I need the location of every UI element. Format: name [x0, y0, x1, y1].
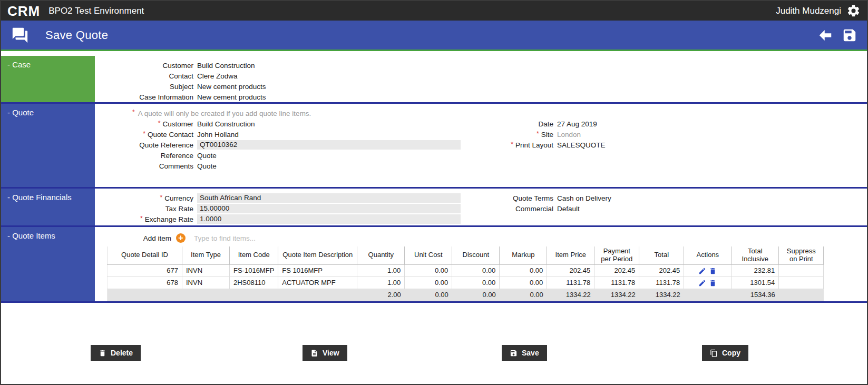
totals-total-inclusive: 1534.36: [732, 289, 779, 301]
col-suppress-on-print: Suppress on Print: [779, 246, 824, 264]
field-value: Build Construction: [197, 120, 255, 128]
cell-discount: 0.00: [452, 264, 500, 277]
quote-note: A quote will only be created if you add …: [95, 108, 867, 119]
quote-financials-section: Quote Financials Currency South African …: [1, 189, 867, 225]
field-print-layout: Print Layout SALESQUOTE: [464, 140, 606, 150]
copy-icon: [710, 349, 718, 357]
edit-pencil-icon[interactable]: [698, 278, 706, 286]
delete-trash-icon[interactable]: [709, 278, 717, 286]
field-quote-terms: Quote Terms Cash on Delivery: [464, 193, 611, 203]
save-button[interactable]: Save: [502, 345, 547, 361]
col-markup: Markup: [500, 246, 547, 264]
totals-payment-per-period: 1334.22: [594, 289, 639, 301]
cell-payment-per-period: 202.45: [594, 264, 639, 277]
find-items-input[interactable]: [194, 234, 363, 242]
col-payment-per-period: Payment per Period: [594, 246, 639, 264]
back-icon[interactable]: [817, 27, 833, 43]
trash-icon: [99, 349, 106, 357]
document-icon: [310, 349, 318, 357]
field-label: Exchange Rate: [95, 215, 193, 223]
quote-reference-input[interactable]: QT0010362: [197, 140, 461, 150]
cell-unit-cost: 0.00: [405, 277, 452, 289]
field-label: Print Layout: [464, 141, 553, 149]
delete-button-label: Delete: [111, 349, 133, 357]
section-divider: [1, 301, 867, 303]
edit-pencil-icon[interactable]: [698, 266, 706, 274]
currency-input[interactable]: South African Rand: [197, 193, 461, 203]
col-quote-detail-id: Quote Detail ID: [108, 246, 182, 264]
quote-section-header[interactable]: Quote: [1, 104, 95, 187]
cell-payment-per-period: 1131.78: [594, 277, 639, 289]
environment-title: BPO2 Test Environment: [48, 6, 144, 16]
field-case-subject: Subject New cement products: [95, 81, 867, 92]
totals-blank: [182, 289, 230, 301]
field-value: Clere Zodwa: [197, 72, 238, 80]
totals-blank: [684, 289, 732, 301]
user-name[interactable]: Judith Mudzengi: [776, 6, 841, 16]
field-label: Tax Rate: [95, 205, 193, 213]
table-header-row: Quote Detail ID Item Type Item Code Quot…: [108, 246, 824, 264]
col-total-inclusive: Total Inclusive: [732, 246, 779, 264]
cell-suppress-on-print[interactable]: [779, 277, 824, 289]
chat-bubbles-icon: [11, 26, 30, 44]
quote-items-title: Quote Items: [7, 231, 55, 240]
field-label: Case Information: [95, 93, 193, 101]
quote-section: Quote A quote will only be created if yo…: [1, 104, 867, 187]
field-value: John Holland: [197, 131, 239, 139]
cell-suppress-on-print[interactable]: [779, 264, 824, 277]
field-value: Cash on Delivery: [557, 194, 611, 202]
cell-total-inclusive: 1301.54: [732, 277, 779, 289]
cell-total: 1131.78: [639, 277, 684, 289]
col-item-type: Item Type: [182, 246, 230, 264]
totals-total: 1334.22: [639, 289, 684, 301]
view-button[interactable]: View: [303, 345, 347, 361]
field-value: SALESQUOTE: [557, 141, 606, 149]
field-label: Contact: [95, 72, 193, 80]
quote-section-title: Quote: [7, 108, 34, 117]
case-section-header[interactable]: Case: [1, 56, 95, 102]
gear-icon[interactable]: [846, 4, 861, 18]
col-description: Quote Item Description: [278, 246, 357, 264]
save-icon[interactable]: [842, 27, 857, 43]
field-label: Subject: [95, 83, 193, 91]
field-value: Quote: [197, 162, 217, 170]
delete-trash-icon[interactable]: [709, 266, 717, 274]
add-item-row: Add item: [107, 231, 867, 245]
totals-markup: 0.00: [500, 289, 547, 301]
add-item-plus-icon[interactable]: [176, 233, 186, 243]
quote-financials-header[interactable]: Quote Financials: [1, 189, 95, 225]
field-site: Site London: [464, 129, 606, 140]
cell-quantity: 1.00: [357, 277, 405, 289]
site-select[interactable]: London: [557, 131, 581, 139]
field-label: Quote Terms: [464, 194, 553, 202]
field-quote-customer: Customer Build Construction: [95, 119, 464, 129]
field-quote-reference: Quote Reference QT0010362: [95, 140, 464, 150]
field-label: Customer: [95, 62, 193, 70]
copy-button[interactable]: Copy: [702, 345, 748, 361]
quote-financials-title: Quote Financials: [7, 193, 72, 202]
field-label: Quote Reference: [95, 141, 193, 149]
cell-item-price: 202.45: [547, 264, 594, 277]
tax-rate-input[interactable]: 15.00000: [197, 204, 461, 213]
totals-discount: 0.00: [452, 289, 500, 301]
cell-actions: [684, 277, 732, 289]
field-case-customer: Customer Build Construction: [95, 60, 867, 71]
floppy-icon: [510, 349, 518, 357]
quote-items-table: Quote Detail ID Item Type Item Code Quot…: [107, 246, 824, 301]
copy-button-label: Copy: [722, 349, 740, 357]
case-section: Case Customer Build Construction Contact…: [1, 56, 867, 102]
page-title: Save Quote: [45, 28, 108, 42]
col-actions: Actions: [684, 246, 732, 264]
cell-quantity: 1.00: [357, 264, 405, 277]
totals-row: 2.00 0.00 0.00 0.00 1334.22 1334.22 1334…: [108, 289, 824, 301]
cell-item-type: INVN: [182, 264, 230, 277]
delete-button[interactable]: Delete: [91, 345, 141, 361]
quote-items-header[interactable]: Quote Items: [1, 227, 95, 301]
field-label: Date: [464, 120, 553, 128]
exchange-rate-input[interactable]: 1.0000: [197, 214, 461, 224]
col-total: Total: [639, 246, 684, 264]
field-commercial: Commercial Default: [464, 203, 611, 214]
field-label: Site: [464, 131, 553, 139]
totals-blank: [230, 289, 278, 301]
totals-blank: [108, 289, 182, 301]
